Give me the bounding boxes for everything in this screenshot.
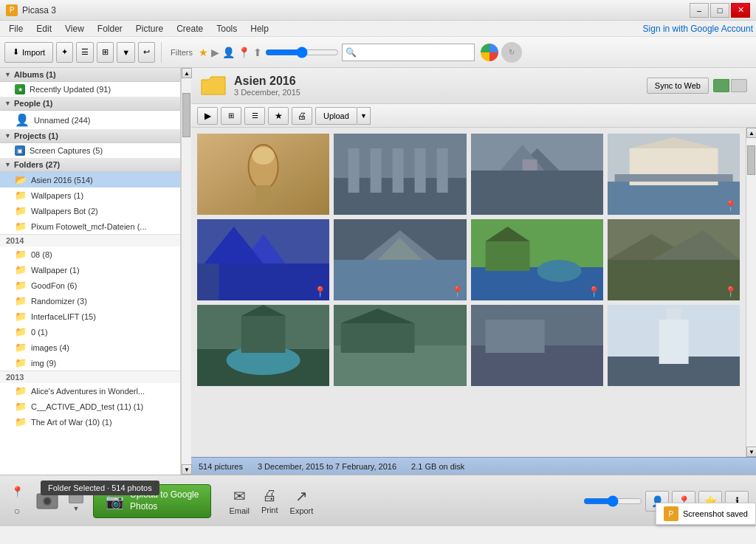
collage-btn[interactable]: ⊞: [221, 107, 241, 125]
grid-btn[interactable]: ☰: [244, 107, 265, 125]
sign-in-link[interactable]: Sign in with Google Account: [643, 24, 753, 34]
wallpapers-folder-item[interactable]: 📁 Wallpapers (1): [0, 187, 180, 203]
export-action[interactable]: ↗ Export: [290, 487, 314, 515]
album-header: Asien 2016 3 December, 2015 Sync to Web: [191, 68, 756, 104]
folder-icon-2: 📁: [15, 205, 27, 216]
recently-updated-item[interactable]: ★ Recently Updated (91): [0, 82, 180, 97]
filter-icons: ★ ▶ 👤 📍 ⬆: [199, 47, 262, 58]
upload-filter-icon[interactable]: ⬆: [253, 47, 262, 58]
wallpaper-2014-item[interactable]: 📁 Wallpaper (1): [0, 262, 180, 278]
albums-section-header[interactable]: ▼ Albums (1): [0, 68, 180, 82]
randomizer-item[interactable]: 📁 Randomizer (3): [0, 293, 180, 309]
menu-picture[interactable]: Picture: [130, 22, 169, 35]
close-button[interactable]: ✕: [731, 3, 750, 18]
photo-thumb-5[interactable]: 📍: [197, 219, 329, 300]
photo-thumb-10[interactable]: [334, 305, 466, 386]
folder-08-item[interactable]: 📁 08 (8): [0, 247, 180, 262]
folder-icon-6: 📁: [15, 280, 27, 291]
toolbar-btn-nav[interactable]: ↩: [138, 42, 155, 63]
unnamed-person-item[interactable]: 👤 Unnamed (244): [0, 111, 180, 129]
upload-dropdown-btn[interactable]: ▼: [357, 107, 371, 125]
view-list-btn[interactable]: ☰: [76, 42, 94, 63]
app-icon: P: [6, 4, 18, 16]
photo-thumb-11[interactable]: [471, 305, 603, 386]
view-grid-btn[interactable]: ⊞: [97, 42, 114, 63]
menu-folder[interactable]: Folder: [92, 22, 128, 35]
sync-on-btn[interactable]: [713, 79, 729, 92]
img-item[interactable]: 📁 img (9): [0, 355, 180, 371]
wallpapers-bot-folder-item[interactable]: 📁 Wallpapers Bot (2): [0, 203, 180, 218]
geo-filter-icon[interactable]: 📍: [238, 47, 250, 58]
menu-tools[interactable]: Tools: [210, 22, 243, 35]
photo-thumb-6[interactable]: 📍: [334, 219, 466, 300]
search-input[interactable]: [357, 48, 471, 57]
photo-thumb-2[interactable]: [334, 134, 466, 215]
bottom-circle-icon[interactable]: ○: [7, 503, 27, 519]
print-btn[interactable]: 🖨: [292, 107, 312, 125]
toolbar-btn-1[interactable]: ✦: [56, 42, 73, 63]
menu-view[interactable]: View: [59, 22, 90, 35]
upload-label: Upload: [323, 111, 349, 120]
export-label: Export: [290, 506, 314, 515]
photo-thumb-1[interactable]: [197, 134, 329, 215]
pixum-folder-item[interactable]: 📁 Pixum Fotowelt_mcf-Dateien (...: [0, 218, 180, 234]
svg-rect-7: [371, 148, 382, 193]
photo-thumb-4[interactable]: 📍: [608, 134, 740, 215]
person-filter-icon[interactable]: 👤: [222, 47, 235, 58]
maximize-button[interactable]: □: [710, 3, 729, 18]
c-active-label: C__ACTIVE_ADD_test (11) (1): [31, 402, 143, 411]
photo-thumb-12[interactable]: [608, 305, 740, 386]
sidebar-scroll-up-btn[interactable]: ▲: [182, 68, 192, 78]
content-scroll-thumb[interactable]: [747, 145, 755, 175]
sync-to-web-btn[interactable]: Sync to Web: [647, 78, 709, 94]
people-section-header[interactable]: ▼ People (1): [0, 97, 180, 111]
goodfon-item[interactable]: 📁 GoodFon (6): [0, 278, 180, 293]
images-item[interactable]: 📁 images (4): [0, 340, 180, 355]
folder-icon-5: 📁: [15, 264, 27, 275]
search-icon: 🔍: [346, 47, 357, 58]
svg-rect-42: [241, 316, 286, 353]
sidebar-scroll-thumb[interactable]: [182, 93, 190, 137]
print-action[interactable]: 🖨 Print: [261, 487, 278, 515]
import-dropdown[interactable]: ⬇ Import: [4, 42, 53, 63]
c-active-item[interactable]: 📁 C__ACTIVE_ADD_test (11) (1): [0, 399, 180, 414]
photo-thumb-3[interactable]: [471, 134, 603, 215]
google-photos-icon: [481, 44, 498, 61]
menu-file[interactable]: File: [3, 22, 29, 35]
asien-2016-folder-item[interactable]: 📂 Asien 2016 (514): [0, 172, 180, 187]
interfacelift-item[interactable]: 📁 InterfaceLIFT (15): [0, 309, 180, 324]
email-action[interactable]: ✉ Email: [229, 487, 250, 515]
screen-captures-item[interactable]: ▣ Screen Captures (5): [0, 143, 180, 158]
photo-thumb-8[interactable]: 📍: [608, 219, 740, 300]
photo-thumb-7[interactable]: 📍: [471, 219, 603, 300]
star-btn[interactable]: ★: [268, 107, 289, 125]
photo-thumb-9[interactable]: [197, 305, 329, 386]
screenshot-saved-label: Screenshot saved: [683, 509, 748, 518]
upload-button[interactable]: Upload: [315, 107, 357, 125]
folder-0-item[interactable]: 📁 0 (1): [0, 324, 180, 340]
sync-off-btn[interactable]: [731, 79, 747, 92]
bottom-pin-icon[interactable]: 📍: [7, 483, 27, 500]
toolbar-btn-arrow[interactable]: ▼: [117, 42, 135, 63]
folders-section-header[interactable]: ▼ Folders (27): [0, 158, 180, 172]
star-filter-icon[interactable]: ★: [199, 47, 208, 58]
art-of-war-item[interactable]: 📁 The Art of War (10) (1): [0, 414, 180, 430]
bottom-zoom-slider[interactable]: [583, 495, 642, 507]
content-scroll-up-btn[interactable]: ▲: [746, 128, 756, 138]
filter-slider[interactable]: [265, 47, 339, 58]
projects-section-header[interactable]: ▼ Projects (1): [0, 129, 180, 143]
recently-updated-label: Recently Updated (91): [30, 85, 111, 94]
content-scroll-down-btn[interactable]: ▼: [746, 447, 756, 457]
play-slideshow-btn[interactable]: ▶: [197, 107, 218, 125]
menu-edit[interactable]: Edit: [30, 22, 58, 35]
sidebar-container: ▼ Albums (1) ★ Recently Updated (91) ▼ P…: [0, 68, 191, 475]
video-filter-icon[interactable]: ▶: [211, 47, 219, 58]
sidebar-scroll-down-btn[interactable]: ▼: [182, 464, 192, 475]
interfacelift-label: InterfaceLIFT (15): [31, 312, 96, 321]
screen-capture-icon: ▣: [15, 145, 25, 156]
alice-item[interactable]: 📁 Alice's Adventures in Wonderl...: [0, 383, 180, 399]
minimize-button[interactable]: –: [690, 3, 709, 18]
menu-help[interactable]: Help: [244, 22, 275, 35]
svg-point-60: [44, 498, 50, 504]
menu-create[interactable]: Create: [171, 22, 209, 35]
